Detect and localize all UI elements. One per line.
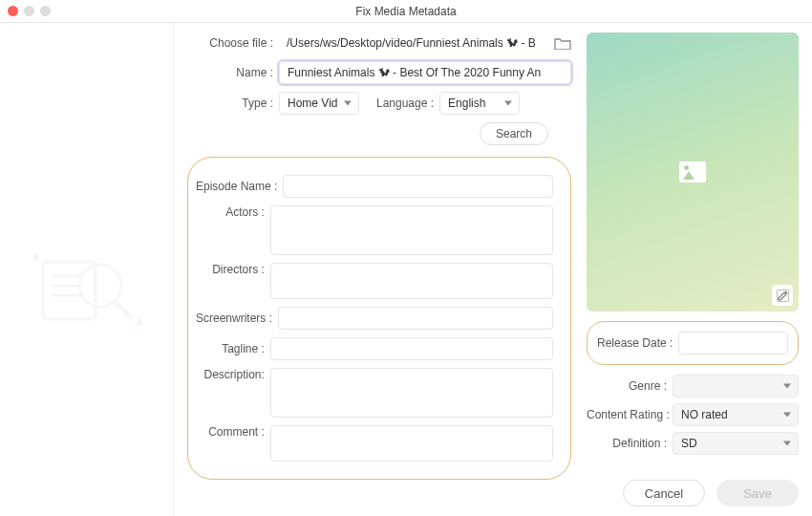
edit-cover-button[interactable]	[772, 285, 793, 306]
definition-label: Definition :	[587, 437, 667, 450]
choose-file-row: Choose file :	[187, 32, 571, 54]
titlebar: Fix Media Metadata	[0, 0, 812, 23]
release-date-box: Release Date :	[587, 321, 799, 365]
edit-icon	[777, 290, 789, 302]
image-placeholder-icon	[679, 161, 706, 183]
description-label: Description:	[196, 368, 265, 381]
episode-name-field[interactable]	[283, 175, 553, 198]
type-select[interactable]: Home Vide…	[279, 92, 359, 115]
genre-select[interactable]	[673, 375, 799, 398]
sidebar	[0, 23, 174, 516]
minimize-window-button[interactable]	[24, 6, 34, 16]
actors-field[interactable]	[270, 205, 553, 255]
right-column: Release Date : Genre : Content Rating : …	[587, 32, 799, 506]
release-date-field[interactable]	[678, 332, 788, 355]
directors-field[interactable]	[270, 263, 553, 299]
episode-name-label: Episode Name :	[196, 180, 277, 193]
name-label: Name :	[187, 66, 273, 79]
content-rating-select[interactable]: NO rated	[673, 403, 799, 426]
meta-rows: Genre : Content Rating : NO rated Defini…	[587, 375, 799, 455]
type-label: Type :	[187, 97, 273, 110]
window-controls	[8, 6, 51, 16]
comment-row: Comment :	[196, 425, 553, 462]
content-rating-label: Content Rating :	[587, 408, 667, 421]
comment-field[interactable]	[270, 425, 553, 462]
screenwriters-field[interactable]	[278, 307, 553, 330]
name-field[interactable]	[279, 61, 571, 84]
description-field[interactable]	[270, 368, 553, 418]
content-rating-row: Content Rating : NO rated	[587, 403, 799, 426]
directors-label: Directors :	[196, 263, 265, 276]
file-path-field[interactable]	[279, 32, 548, 54]
choose-file-label: Choose file :	[187, 36, 273, 50]
search-button[interactable]: Search	[480, 122, 548, 145]
genre-label: Genre :	[587, 379, 667, 393]
type-language-row: Type : Home Vide… Language : English	[187, 92, 571, 115]
left-column: Choose file : Name : Type : Home Vide… L…	[187, 32, 571, 506]
cancel-button[interactable]: Cancel	[623, 480, 705, 506]
actors-label: Actors :	[196, 205, 265, 219]
window-title: Fix Media Metadata	[0, 5, 812, 18]
tagline-field[interactable]	[270, 337, 553, 360]
save-button: Save	[716, 480, 799, 506]
tagline-label: Tagline :	[196, 342, 265, 355]
episode-name-row: Episode Name :	[196, 175, 553, 198]
svg-line-5	[116, 302, 131, 317]
browse-folder-icon[interactable]	[554, 36, 571, 50]
description-row: Description:	[196, 368, 553, 418]
screenwriters-label: Screenwriters :	[196, 312, 272, 325]
top-form: Choose file : Name : Type : Home Vide… L…	[187, 32, 571, 145]
close-window-button[interactable]	[8, 6, 18, 16]
comment-label: Comment :	[196, 425, 265, 439]
name-row: Name :	[187, 61, 571, 84]
definition-select[interactable]: SD	[673, 432, 799, 455]
definition-row: Definition : SD	[587, 432, 799, 455]
tagline-row: Tagline :	[196, 337, 553, 360]
actors-row: Actors :	[196, 205, 553, 255]
genre-row: Genre :	[587, 375, 799, 398]
release-date-label: Release Date :	[597, 336, 673, 350]
details-box: Episode Name : Actors : Directors : Scre…	[187, 157, 571, 480]
footer-buttons: Cancel Save	[587, 470, 799, 506]
maximize-window-button[interactable]	[40, 6, 51, 16]
language-label: Language :	[376, 97, 434, 110]
language-select[interactable]: English	[439, 92, 520, 115]
directors-row: Directors :	[196, 263, 553, 299]
sidebar-illustration	[24, 243, 148, 338]
screenwriters-row: Screenwriters :	[196, 307, 553, 330]
cover-art	[587, 32, 799, 312]
content: Choose file : Name : Type : Home Vide… L…	[0, 23, 812, 516]
main-panel: Choose file : Name : Type : Home Vide… L…	[174, 23, 812, 516]
